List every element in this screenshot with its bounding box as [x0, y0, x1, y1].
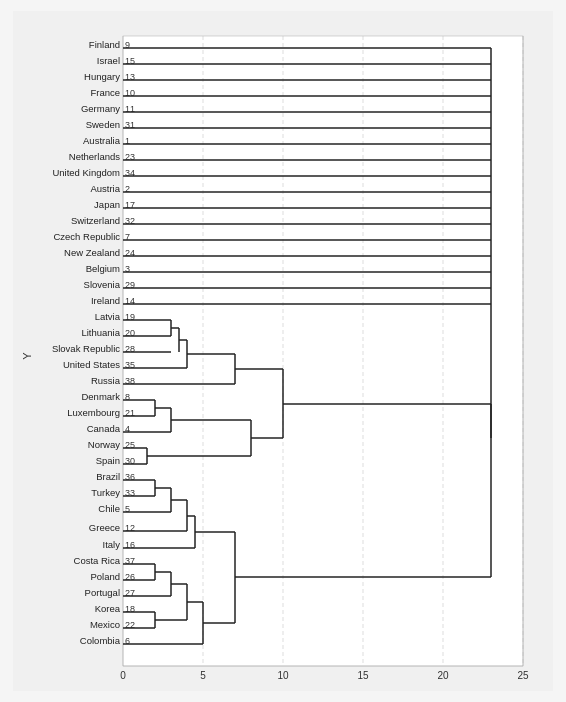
label-lithuania: Lithuania — [81, 327, 120, 338]
label-portugal: Portugal — [85, 587, 120, 598]
label-nz: New Zealand — [64, 247, 120, 258]
label-spain: Spain — [96, 455, 120, 466]
x-tick-20: 20 — [437, 670, 449, 681]
label-netherlands: Netherlands — [69, 151, 120, 162]
label-brazil: Brazil — [96, 471, 120, 482]
label-turkey: Turkey — [91, 487, 120, 498]
x-tick-15: 15 — [357, 670, 369, 681]
label-switzerland: Switzerland — [71, 215, 120, 226]
x-tick-10: 10 — [277, 670, 289, 681]
label-luxembourg: Luxembourg — [67, 407, 120, 418]
label-slovenia: Slovenia — [84, 279, 121, 290]
label-france: France — [90, 87, 120, 98]
x-tick-5: 5 — [200, 670, 206, 681]
label-austria: Austria — [90, 183, 120, 194]
label-sweden: Sweden — [86, 119, 120, 130]
label-colombia: Colombia — [80, 635, 121, 646]
label-hungary: Hungary — [84, 71, 120, 82]
label-norway: Norway — [88, 439, 120, 450]
label-ireland: Ireland — [91, 295, 120, 306]
label-italy: Italy — [103, 539, 121, 550]
label-denmark: Denmark — [81, 391, 120, 402]
y-axis-label: Y — [23, 352, 33, 360]
label-finland: Finland — [89, 39, 120, 50]
x-tick-0: 0 — [120, 670, 126, 681]
label-greece: Greece — [89, 522, 120, 533]
label-latvia: Latvia — [95, 311, 121, 322]
label-korea: Korea — [95, 603, 121, 614]
chart-container: 0 5 10 15 20 25 Y Finland 9 Israel 15 Hu… — [13, 11, 553, 691]
label-uk: United Kingdom — [52, 167, 120, 178]
label-japan: Japan — [94, 199, 120, 210]
label-chile: Chile — [98, 503, 120, 514]
label-belgium: Belgium — [86, 263, 120, 274]
label-canada: Canada — [87, 423, 121, 434]
label-israel: Israel — [97, 55, 120, 66]
label-mexico: Mexico — [90, 619, 120, 630]
label-germany: Germany — [81, 103, 120, 114]
x-tick-25: 25 — [517, 670, 529, 681]
label-russia: Russia — [91, 375, 121, 386]
svg-rect-1 — [123, 36, 523, 666]
label-us: United States — [63, 359, 120, 370]
label-slovak: Slovak Republic — [52, 343, 120, 354]
label-czech: Czech Republic — [53, 231, 120, 242]
label-costarica: Costa Rica — [74, 555, 121, 566]
label-poland: Poland — [90, 571, 120, 582]
label-australia: Australia — [83, 135, 121, 146]
chart-wrapper: 0 5 10 15 20 25 Y Finland 9 Israel 15 Hu… — [23, 21, 543, 681]
